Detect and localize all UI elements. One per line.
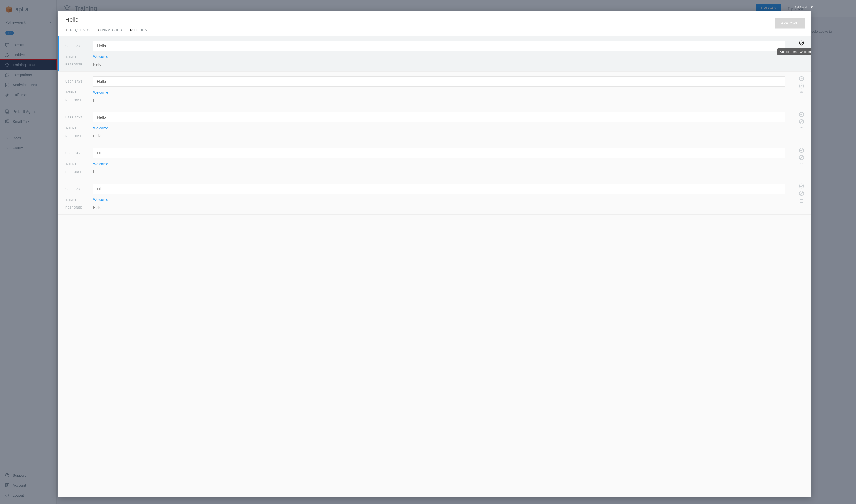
svg-rect-29: [800, 200, 803, 202]
intent-link[interactable]: Welcome: [93, 54, 108, 59]
approve-icon[interactable]: [799, 111, 804, 117]
approve-icon[interactable]: [799, 76, 804, 82]
response-text: Hello: [93, 62, 101, 67]
response-label: RESPONSE: [65, 206, 93, 209]
response-text: Hello: [93, 134, 101, 138]
training-entry: USER SAYSHiINTENTWelcomeRESPONSEHello: [58, 179, 811, 215]
intent-link[interactable]: Welcome: [93, 162, 108, 166]
user-says-label: USER SAYS: [65, 44, 93, 47]
user-says-input[interactable]: Hi: [93, 184, 785, 194]
user-says-label: USER SAYS: [65, 187, 93, 191]
intent-label: INTENT: [65, 127, 93, 130]
overlay: CLOSE ✕ Hello 11 REQUESTS 0 UNMATCHED 18…: [0, 0, 856, 504]
block-icon[interactable]: [799, 47, 804, 53]
intent-label: INTENT: [65, 162, 93, 165]
training-entry: USER SAYSHelloINTENTWelcomeRESPONSEHello…: [58, 36, 811, 72]
response-label: RESPONSE: [65, 98, 93, 102]
user-says-input[interactable]: Hi: [93, 148, 785, 158]
user-says-input[interactable]: Hello: [93, 40, 785, 51]
modal-header: Hello 11 REQUESTS 0 UNMATCHED 18 HOURS A…: [58, 11, 811, 36]
intent-link[interactable]: Welcome: [93, 90, 108, 94]
trash-icon[interactable]: [799, 90, 804, 96]
response-text: Hi: [93, 98, 97, 102]
modal-title: Hello: [65, 16, 804, 23]
intent-link[interactable]: Welcome: [93, 126, 108, 130]
intent-label: INTENT: [65, 91, 93, 94]
trash-icon[interactable]: [799, 162, 804, 168]
approve-button[interactable]: APPROVE: [775, 18, 805, 29]
entry-actions: [799, 147, 804, 168]
svg-rect-23: [800, 128, 803, 131]
block-icon[interactable]: [799, 155, 804, 160]
response-label: RESPONSE: [65, 63, 93, 66]
response-label: RESPONSE: [65, 170, 93, 173]
stat-unmatched: 0 UNMATCHED: [97, 28, 122, 32]
training-entry: USER SAYSHelloINTENTWelcomeRESPONSEHello: [58, 107, 811, 143]
training-dialog: Hello 11 REQUESTS 0 UNMATCHED 18 HOURS A…: [58, 11, 811, 497]
user-says-input[interactable]: Hello: [93, 76, 785, 87]
entry-actions: [799, 40, 804, 53]
response-label: RESPONSE: [65, 134, 93, 138]
modal-stats: 11 REQUESTS 0 UNMATCHED 18 HOURS: [65, 28, 804, 32]
response-text: Hello: [93, 205, 101, 210]
training-entry: USER SAYSHelloINTENTWelcomeRESPONSEHi: [58, 72, 811, 107]
user-says-label: USER SAYS: [65, 151, 93, 155]
trash-icon[interactable]: [799, 198, 804, 203]
user-says-label: USER SAYS: [65, 80, 93, 83]
svg-rect-20: [800, 92, 803, 95]
entry-actions: [799, 76, 804, 96]
close-icon: ✕: [811, 5, 814, 9]
intent-link[interactable]: Welcome: [93, 198, 108, 202]
approve-icon[interactable]: [799, 40, 804, 46]
response-text: Hi: [93, 170, 97, 174]
block-icon[interactable]: [799, 83, 804, 89]
stat-hours: 18 HOURS: [130, 28, 147, 32]
close-button[interactable]: CLOSE ✕: [795, 5, 814, 9]
user-says-input[interactable]: Hello: [93, 112, 785, 122]
svg-rect-26: [800, 164, 803, 167]
intent-label: INTENT: [65, 55, 93, 58]
approve-icon[interactable]: [799, 183, 804, 189]
trash-icon[interactable]: [799, 126, 804, 132]
approve-icon[interactable]: [799, 147, 804, 153]
entry-actions: [799, 111, 804, 132]
close-label: CLOSE: [795, 5, 809, 9]
entry-actions: [799, 183, 804, 203]
training-entry: USER SAYSHiINTENTWelcomeRESPONSEHi: [58, 143, 811, 179]
modal-body[interactable]: USER SAYSHelloINTENTWelcomeRESPONSEHello…: [58, 36, 811, 497]
block-icon[interactable]: [799, 191, 804, 196]
user-says-label: USER SAYS: [65, 116, 93, 119]
intent-label: INTENT: [65, 198, 93, 201]
stat-requests: 11 REQUESTS: [65, 28, 89, 32]
block-icon[interactable]: [799, 119, 804, 125]
